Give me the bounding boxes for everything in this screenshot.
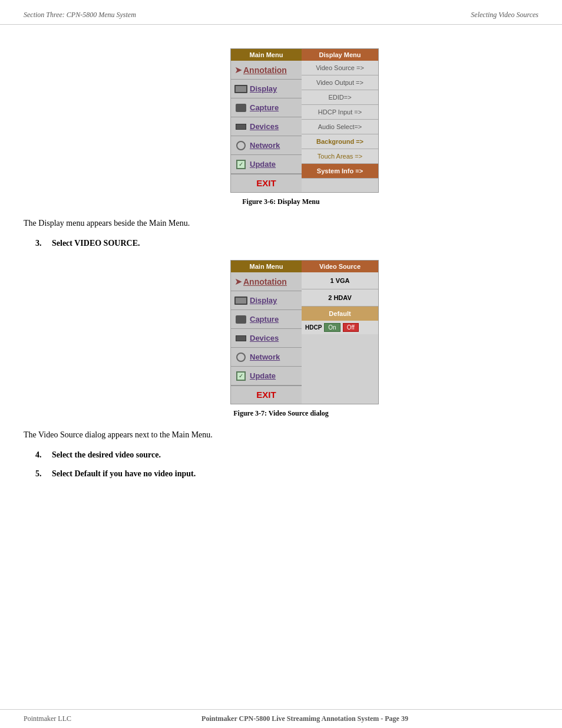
main-menu-title-1: Main Menu (231, 49, 302, 61)
display-menu-title-1: Display Menu (302, 49, 378, 61)
menu-item-capture-1[interactable]: Capture (231, 98, 302, 117)
submenu-item-background[interactable]: Background => (302, 134, 378, 149)
footer-left: Pointmaker LLC (24, 714, 71, 723)
step4: 4. Select the desired video source. (24, 450, 538, 460)
page-header: Section Three: CPN-5800 Menu System Sele… (0, 0, 562, 25)
step3-number: 3. (35, 239, 42, 248)
vs-item-vga[interactable]: 1 VGA (302, 272, 378, 289)
menu-label-annotation-2: Annotation (243, 277, 287, 286)
step5-text: Select Default if you have no video inpu… (52, 469, 196, 478)
menu-item-exit-1[interactable]: EXIT (231, 174, 302, 192)
menu-item-devices-2[interactable]: Devices (231, 329, 302, 348)
submenu-item-hdcp-input[interactable]: HDCP Input => (302, 105, 378, 120)
menu-label-display-1: Display (250, 84, 277, 93)
menu-label-devices-1: Devices (250, 122, 279, 131)
submenu-item-system-info[interactable]: System Info => (302, 164, 378, 179)
main-menu-title-2: Main Menu (231, 261, 302, 272)
display-icon-2 (234, 295, 247, 306)
update-icon-1: ✓ (234, 159, 247, 170)
figure2-screenshot: Main Menu ➤ Annotation Display (230, 260, 379, 404)
menu-label-display-2: Display (250, 296, 277, 305)
figure2-caption: Figure 3-7: Video Source dialog (233, 409, 329, 418)
figure1-container: Main Menu ➤ Annotation Display (24, 48, 538, 206)
menu-label-annotation-1: Annotation (243, 65, 287, 75)
submenu-item-edid[interactable]: EDID=> (302, 90, 378, 105)
step4-number: 4. (35, 450, 42, 459)
vs-item-hdav[interactable]: 2 HDAV (302, 289, 378, 307)
network-icon-2 (234, 352, 247, 363)
menu-item-network-2[interactable]: Network (231, 348, 302, 367)
hdcp-row: HDCP On Off (302, 321, 378, 334)
menu-item-capture-2[interactable]: Capture (231, 310, 302, 329)
page-content: Main Menu ➤ Annotation Display (0, 25, 562, 523)
menu-item-exit-2[interactable]: EXIT (231, 386, 302, 404)
menu-label-exit-1: EXIT (256, 178, 276, 188)
hdcp-on-button[interactable]: On (324, 323, 340, 332)
submenu-item-video-output[interactable]: Video Output => (302, 75, 378, 90)
step5-number: 5. (35, 469, 42, 478)
menu-label-capture-2: Capture (250, 315, 279, 324)
text-paragraph-1: The Display menu appears beside the Main… (24, 217, 538, 229)
arrow-icon-2: ➤ (234, 276, 242, 287)
capture-icon-2 (234, 314, 247, 325)
header-left: Section Three: CPN-5800 Menu System (24, 11, 136, 19)
figure2-container: Main Menu ➤ Annotation Display (24, 260, 538, 418)
update-icon-2: ✓ (234, 371, 247, 381)
devices-icon-2 (234, 333, 247, 344)
submenu-item-touch-areas[interactable]: Touch Areas => (302, 149, 378, 164)
arrow-icon-1: ➤ (234, 64, 242, 75)
menu-label-devices-2: Devices (250, 334, 279, 342)
menu-item-network-1[interactable]: Network (231, 136, 302, 155)
step5: 5. Select Default if you have no video i… (24, 469, 538, 479)
devices-icon-1 (234, 121, 247, 132)
vs-title: Video Source (302, 261, 378, 272)
figure1-screenshot: Main Menu ➤ Annotation Display (230, 48, 379, 193)
step3-text: Select VIDEO SOURCE. (52, 239, 140, 248)
header-right: Selecting Video Sources (471, 11, 538, 19)
display-menu-panel-1: Display Menu Video Source => Video Outpu… (302, 49, 378, 192)
hdcp-label: HDCP (305, 324, 322, 331)
menu-label-update-2: Update (250, 371, 276, 380)
menu-label-network-1: Network (250, 141, 280, 150)
menu-label-network-2: Network (250, 353, 280, 361)
menu-item-annotation-2[interactable]: ➤ Annotation (231, 272, 302, 291)
page-footer: Pointmaker LLC Pointmaker CPN-5800 Live … (0, 709, 562, 728)
menu-label-exit-2: EXIT (256, 390, 276, 400)
step3: 3. Select VIDEO SOURCE. (24, 239, 538, 248)
capture-icon-1 (234, 103, 247, 113)
menu-item-annotation-1[interactable]: ➤ Annotation (231, 61, 302, 80)
menu-label-update-1: Update (250, 160, 276, 169)
figure1-caption: Figure 3-6: Display Menu (242, 197, 319, 206)
display-icon-1 (234, 84, 247, 94)
main-menu-panel-1: Main Menu ➤ Annotation Display (231, 49, 302, 192)
vs-item-default[interactable]: Default (302, 307, 378, 321)
footer-center: Pointmaker CPN-5800 Live Streamimg Annot… (201, 714, 408, 723)
menu-item-update-2[interactable]: ✓ Update (231, 367, 302, 386)
step4-text: Select the desired video source. (52, 450, 161, 459)
submenu-item-video-source[interactable]: Video Source => (302, 61, 378, 75)
submenu-item-audio-select[interactable]: Audio Select=> (302, 120, 378, 134)
menu-item-devices-1[interactable]: Devices (231, 117, 302, 136)
main-menu-panel-2: Main Menu ➤ Annotation Display (231, 261, 302, 404)
text-paragraph-2: The Video Source dialog appears next to … (24, 429, 538, 441)
menu-item-update-1[interactable]: ✓ Update (231, 155, 302, 174)
network-icon-1 (234, 140, 247, 151)
menu-item-display-2[interactable]: Display (231, 291, 302, 310)
hdcp-off-button[interactable]: Off (343, 323, 359, 332)
menu-item-display-1[interactable]: Display (231, 80, 302, 98)
video-source-panel: Video Source 1 VGA 2 HDAV Default HDCP O… (302, 261, 378, 404)
menu-label-capture-1: Capture (250, 103, 279, 112)
